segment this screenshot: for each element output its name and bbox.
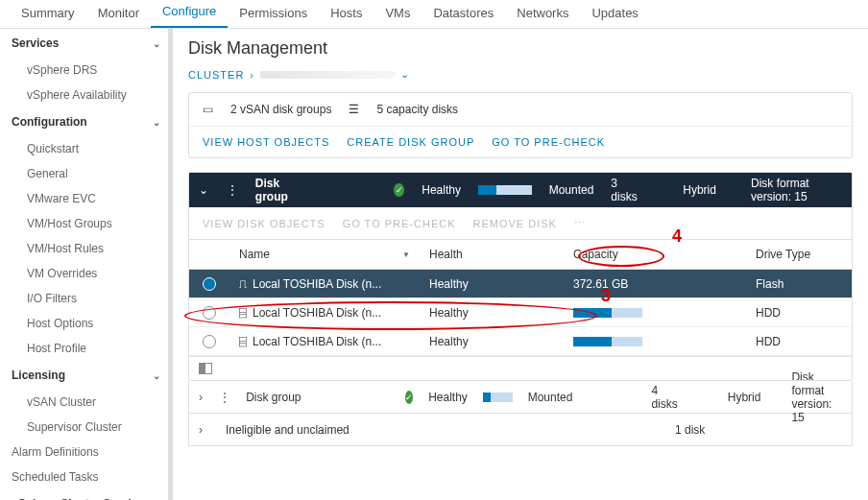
expand-icon[interactable]: ›: [199, 391, 204, 404]
chevron-down-icon: ⌄: [153, 370, 160, 381]
chevron-down-icon: ⌄: [153, 117, 160, 128]
sidebar-item-host-profile[interactable]: Host Profile: [0, 336, 172, 361]
content-area: Disk Management CLUSTER › ⌄ ▭ 2 vSAN dis…: [173, 29, 868, 500]
tab-networks[interactable]: Networks: [505, 0, 580, 28]
summary-card: ▭ 2 vSAN disk groups ☰ 5 capacity disks …: [188, 92, 853, 158]
disk-groups-icon: ▭: [203, 103, 213, 116]
table-header: Name ▼ Health Capacity Drive Type: [189, 239, 852, 270]
top-tabs: SummaryMonitorConfigurePermissionsHostsV…: [0, 0, 868, 29]
tab-permissions[interactable]: Permissions: [228, 0, 319, 28]
sidebar-item-supervisor-cluster[interactable]: Supervisor Cluster: [0, 415, 172, 440]
sidebar-section-vsphere-cluster-services[interactable]: vSphere Cluster Services⌄: [0, 489, 172, 500]
sidebar-section-services[interactable]: Services⌄: [0, 29, 172, 58]
col-drive-type[interactable]: Drive Type: [746, 240, 852, 269]
sidebar-item-alarm-definitions[interactable]: Alarm Definitions: [0, 440, 172, 464]
usage-bar: [483, 393, 513, 402]
sidebar-item-scheduled-tasks[interactable]: Scheduled Tasks: [0, 464, 172, 489]
table-footer: [189, 356, 852, 380]
breadcrumb[interactable]: CLUSTER › ⌄: [188, 68, 853, 81]
more-actions-icon[interactable]: ⋮: [227, 183, 238, 197]
tab-vms[interactable]: VMs: [374, 0, 422, 28]
more-icon[interactable]: ⋯: [574, 217, 586, 229]
disk-capacity: [564, 300, 746, 325]
disk-count: 1 disk: [675, 423, 705, 437]
group-label: Disk group: [246, 391, 390, 404]
sort-icon[interactable]: ▼: [402, 250, 410, 259]
sidebar-item-vsan-cluster[interactable]: vSAN Cluster: [0, 390, 172, 415]
col-health[interactable]: Health: [420, 240, 564, 269]
row-radio[interactable]: [203, 277, 216, 291]
sidebar-item-vm-host-groups[interactable]: VM/Host Groups: [0, 211, 172, 236]
health-ok-icon: ✓: [405, 391, 413, 404]
collapse-icon[interactable]: ⌄: [199, 183, 209, 197]
sidebar-item-host-options[interactable]: Host Options: [0, 311, 172, 336]
col-capacity[interactable]: Capacity: [564, 240, 746, 269]
create-disk-group-button[interactable]: CREATE DISK GROUP: [347, 136, 474, 148]
table-row[interactable]: ⎍Local TOSHIBA Disk (n...Healthy372.61 G…: [189, 270, 852, 298]
table-row[interactable]: ⌸Local TOSHIBA Disk (n...HealthyHDD: [189, 298, 852, 327]
breadcrumb-cluster[interactable]: CLUSTER: [188, 69, 244, 81]
collapsed-group-row: ›⋮Disk group✓HealthyMounted4 disksHybrid…: [188, 381, 853, 414]
disk-count: 4 disks: [651, 384, 677, 411]
sidebar-item-general[interactable]: General: [0, 161, 172, 186]
tab-updates[interactable]: Updates: [580, 0, 649, 28]
health-ok-icon: ✓: [394, 183, 404, 197]
row-radio[interactable]: [203, 306, 216, 320]
disk-group-label: Disk group: [255, 177, 302, 203]
sidebar-section-configuration[interactable]: Configuration⌄: [0, 107, 172, 136]
expand-icon[interactable]: ›: [199, 423, 210, 437]
more-actions-icon[interactable]: ⋮: [219, 391, 230, 404]
tab-hosts[interactable]: Hosts: [319, 0, 374, 28]
disks-table: Name ▼ Health Capacity Drive Type ⎍Local…: [189, 239, 852, 380]
col-name[interactable]: Name ▼: [229, 240, 420, 269]
remove-disk-button[interactable]: REMOVE DISK: [473, 218, 557, 229]
sidebar-item-vsphere-drs[interactable]: vSphere DRS: [0, 58, 172, 83]
mount-state: Mounted: [528, 391, 573, 404]
sidebar: Services⌄vSphere DRSvSphere Availability…: [0, 29, 173, 500]
disk-name: Local TOSHIBA Disk (n...: [253, 335, 381, 348]
tab-datastores[interactable]: Datastores: [422, 0, 505, 28]
view-disk-objects-button[interactable]: VIEW DISK OBJECTS: [203, 218, 326, 229]
view-host-objects-button[interactable]: VIEW HOST OBJECTS: [203, 136, 329, 148]
group-label: Ineligible and unclaimed: [226, 423, 370, 437]
capacity-icon: ☰: [349, 103, 359, 116]
disk-name: Local TOSHIBA Disk (n...: [253, 306, 381, 320]
sidebar-item-quickstart[interactable]: Quickstart: [0, 136, 172, 161]
disk-health: Healthy: [420, 270, 564, 298]
tab-summary[interactable]: Summary: [10, 0, 86, 28]
chevron-down-icon[interactable]: ⌄: [400, 68, 410, 81]
column-picker-icon[interactable]: [199, 363, 212, 374]
sidebar-item-vm-host-rules[interactable]: VM/Host Rules: [0, 236, 172, 261]
tab-monitor[interactable]: Monitor: [86, 0, 151, 28]
disk-capacity: [564, 329, 746, 354]
collapsed-group-row: ›Ineligible and unclaimed1 disk: [188, 414, 853, 446]
capacity-bar: [573, 337, 642, 346]
health-text: Healthy: [422, 183, 461, 197]
go-to-precheck-disk-button[interactable]: GO TO PRE-CHECK: [343, 218, 456, 229]
disk-type: Hybrid: [728, 391, 761, 404]
sidebar-item-i-o-filters[interactable]: I/O Filters: [0, 286, 172, 311]
health-text: Healthy: [428, 391, 468, 404]
disk-health: Healthy: [420, 298, 564, 327]
disk-actions-bar: VIEW DISK OBJECTS GO TO PRE-CHECK REMOVE…: [189, 207, 852, 239]
disk-drive-type: HDD: [746, 327, 852, 356]
disk-capacity: 372.61 GB: [564, 270, 746, 298]
disk-group-expanded: ⌄ ⋮ Disk group ✓ Healthy Mounted 3 disks…: [188, 172, 853, 381]
sidebar-item-vm-overrides[interactable]: VM Overrides: [0, 261, 172, 286]
tab-configure[interactable]: Configure: [151, 0, 228, 28]
chevron-right-icon: ›: [250, 69, 254, 81]
table-row[interactable]: ⌸Local TOSHIBA Disk (n...HealthyHDD: [189, 327, 852, 356]
disk-icon: ⌸: [239, 334, 247, 348]
capacity-disks-count: 5 capacity disks: [376, 103, 458, 116]
disk-name: Local TOSHIBA Disk (n...: [253, 277, 381, 291]
disk-icon: ⌸: [239, 305, 247, 320]
row-radio[interactable]: [203, 335, 216, 348]
sidebar-item-vmware-evc[interactable]: VMware EVC: [0, 186, 172, 211]
disk-type: Hybrid: [683, 183, 716, 197]
go-to-precheck-button[interactable]: GO TO PRE-CHECK: [492, 136, 605, 148]
sidebar-section-licensing[interactable]: Licensing⌄: [0, 361, 172, 390]
disk-drive-type: Flash: [746, 270, 852, 298]
sidebar-item-vsphere-availability[interactable]: vSphere Availability: [0, 83, 172, 107]
disk-health: Healthy: [420, 327, 564, 356]
mount-state: Mounted: [549, 183, 594, 197]
